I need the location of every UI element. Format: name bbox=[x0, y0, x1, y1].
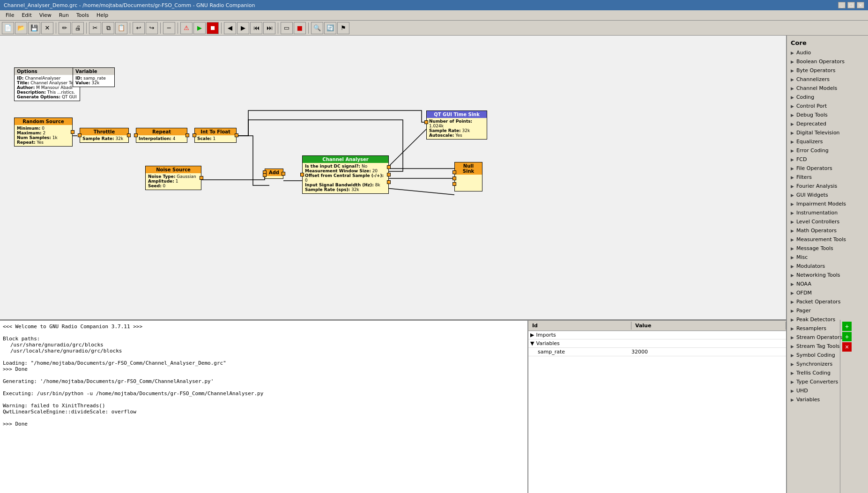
sidebar-item-digital-television[interactable]: ▶ Digital Television bbox=[787, 128, 868, 137]
edit-button[interactable]: ✏ bbox=[59, 22, 71, 34]
fcd-arrow: ▶ bbox=[791, 157, 794, 162]
close-flow-button[interactable]: ✕ bbox=[41, 22, 53, 34]
sidebar-item-filters[interactable]: ▶ Filters bbox=[787, 173, 868, 182]
zoom-out-button[interactable]: − bbox=[163, 22, 175, 34]
errors-button[interactable]: ⚠ bbox=[180, 22, 193, 34]
qt-gui-time-sink-block[interactable]: QT GUI Time Sink Number of Points: 1.024… bbox=[426, 110, 487, 140]
sidebar-item-misc[interactable]: ▶ Misc bbox=[787, 253, 868, 262]
console-line-12 bbox=[3, 397, 525, 403]
find-button[interactable]: 🔍 bbox=[311, 22, 323, 34]
sidebar-item-measurement-tools[interactable]: ▶ Measurement Tools bbox=[787, 235, 868, 244]
console-line-15 bbox=[3, 415, 525, 421]
sidebar-item-networking-tools[interactable]: ▶ Networking Tools bbox=[787, 271, 868, 280]
sidebar-item-math-operators[interactable]: ▶ Math Operators bbox=[787, 226, 868, 235]
type-conv-label: Type Converters bbox=[796, 379, 838, 385]
copy-button[interactable]: ⧉ bbox=[102, 22, 114, 34]
imports-section[interactable]: ▶ Imports bbox=[528, 331, 786, 339]
sidebar-item-coding[interactable]: ▶ Coding bbox=[787, 93, 868, 102]
sidebar-item-fourier-analysis[interactable]: ▶ Fourier Analysis bbox=[787, 182, 868, 191]
random-source-block[interactable]: Random Source Minimum: 0 Maximum: 2 Num … bbox=[14, 118, 73, 147]
sidebar-item-gui-widgets[interactable]: ▶ GUI Widgets bbox=[787, 191, 868, 199]
sidebar-item-deprecated[interactable]: ▶ Deprecated bbox=[787, 119, 868, 128]
redo-button[interactable]: ↪ bbox=[146, 22, 158, 34]
console-panel[interactable]: <<< Welcome to GNU Radio Companion 3.7.1… bbox=[0, 321, 528, 493]
save-button[interactable]: 💾 bbox=[28, 22, 40, 34]
flag-button[interactable]: ⚑ bbox=[337, 22, 349, 34]
console-line-0: <<< Welcome to GNU Radio Companion 3.7.1… bbox=[3, 324, 525, 330]
sidebar-item-boolean-operators[interactable]: ▶ Boolean Operators bbox=[787, 57, 868, 66]
itf-in-port bbox=[193, 133, 196, 137]
options-block[interactable]: Options ID: ChannelAnalyser Title: Chann… bbox=[14, 67, 80, 101]
skip-forward-button[interactable]: ⏭ bbox=[263, 22, 275, 34]
print-button[interactable]: 🖨 bbox=[72, 22, 84, 34]
sidebar-item-control-port[interactable]: ▶ Control Port bbox=[787, 102, 868, 110]
gui-widgets-arrow: ▶ bbox=[791, 193, 794, 198]
random-source-title: Random Source bbox=[15, 118, 72, 125]
sidebar-item-packet-operators[interactable]: ▶ Packet Operators bbox=[787, 297, 868, 306]
sidebar-item-noaa[interactable]: ▶ NOAA bbox=[787, 280, 868, 288]
maximize-button[interactable]: □ bbox=[847, 2, 855, 8]
noise-source-block[interactable]: Noise Source Noise Type: Gaussian Amplit… bbox=[145, 166, 201, 190]
open-button[interactable]: 📂 bbox=[15, 22, 27, 34]
refresh-button[interactable]: 🔄 bbox=[324, 22, 336, 34]
back-button[interactable]: ◀ bbox=[224, 22, 236, 34]
cut-button[interactable]: ✂ bbox=[89, 22, 101, 34]
blank-button[interactable]: ▭ bbox=[281, 22, 293, 34]
sidebar-item-audio[interactable]: ▶ Audio bbox=[787, 48, 868, 57]
stop-button[interactable]: ⏹ bbox=[207, 22, 219, 34]
menu-help[interactable]: Help bbox=[93, 11, 112, 19]
skip-back-button[interactable]: ⏮ bbox=[250, 22, 262, 34]
sidebar-item-ofdm[interactable]: ▶ OFDM bbox=[787, 288, 868, 297]
sidebar-item-debug-tools[interactable]: ▶ Debug Tools bbox=[787, 110, 868, 119]
variables-section[interactable]: ▼ Variables bbox=[528, 339, 786, 348]
sidebar-item-impairment-models[interactable]: ▶ Impairment Models bbox=[787, 199, 868, 208]
variables-panel: Id Value ▶ Imports ▼ Variables bbox=[528, 321, 786, 493]
toolbar-sep-2 bbox=[86, 22, 87, 34]
close-button[interactable]: × bbox=[857, 2, 864, 8]
repeat-out-port bbox=[185, 133, 189, 137]
options-title-field: Title: Channel Analyser Test bbox=[17, 81, 77, 85]
run-button[interactable]: ▶ bbox=[193, 22, 206, 34]
channel-analyser-block[interactable]: Channel Analyser Is the input DC signal?… bbox=[302, 155, 389, 194]
forward-button[interactable]: ▶ bbox=[237, 22, 249, 34]
menu-edit[interactable]: Edit bbox=[18, 11, 35, 19]
int-to-float-block[interactable]: Int To Float Scale: 1 bbox=[194, 128, 237, 143]
sidebar-item-instrumentation[interactable]: ▶ Instrumentation bbox=[787, 208, 868, 217]
minimize-button[interactable]: _ bbox=[838, 2, 846, 8]
misc-arrow: ▶ bbox=[791, 255, 794, 260]
menu-view[interactable]: View bbox=[36, 11, 55, 19]
sidebar-item-channelizers[interactable]: ▶ Channelizers bbox=[787, 75, 868, 84]
sidebar-item-modulators[interactable]: ▶ Modulators bbox=[787, 262, 868, 271]
samp-rate-row[interactable]: samp_rate 32000 bbox=[528, 348, 786, 356]
sidebar-item-channel-models[interactable]: ▶ Channel Models bbox=[787, 84, 868, 93]
samp-rate-value: 32000 bbox=[631, 349, 784, 355]
math-ops-label: Math Operators bbox=[796, 228, 837, 234]
sidebar-item-byte-operators[interactable]: ▶ Byte Operators bbox=[787, 66, 868, 75]
sidebar-item-level-controllers[interactable]: ▶ Level Controllers bbox=[787, 217, 868, 226]
imports-label: Imports bbox=[536, 332, 556, 338]
throttle-block[interactable]: Throttle Sample Rate: 32k bbox=[80, 128, 129, 143]
undo-button[interactable]: ↩ bbox=[133, 22, 145, 34]
null-sink-block[interactable]: Null Sink bbox=[454, 162, 482, 191]
sidebar-item-message-tools[interactable]: ▶ Message Tools bbox=[787, 244, 868, 253]
paste-button[interactable]: 📋 bbox=[115, 22, 127, 34]
window-title: Channel_Analyser_Demo.grc - /home/mojtab… bbox=[4, 2, 255, 8]
sidebar-item-file-operators[interactable]: ▶ File Operators bbox=[787, 164, 868, 173]
add-block[interactable]: Add bbox=[265, 169, 283, 179]
sidebar-item-pager[interactable]: ▶ Pager bbox=[787, 306, 868, 315]
new-button[interactable]: 📄 bbox=[2, 22, 14, 34]
svg-line-7 bbox=[386, 127, 429, 169]
menu-run[interactable]: Run bbox=[55, 11, 73, 19]
stop-red-button[interactable]: ■ bbox=[294, 22, 306, 34]
canvas-area[interactable]: Options ID: ChannelAnalyser Title: Chann… bbox=[0, 36, 786, 320]
menu-file[interactable]: File bbox=[2, 11, 18, 19]
fourier-arrow: ▶ bbox=[791, 184, 794, 189]
sidebar-item-equalizers[interactable]: ▶ Equalizers bbox=[787, 137, 868, 146]
repeat-block[interactable]: Repeat Interpolation: 4 bbox=[136, 128, 187, 143]
ns-in3-port bbox=[453, 182, 456, 186]
variable-block[interactable]: Variable ID: samp_rate Value: 32k bbox=[73, 67, 115, 87]
sidebar-item-fcd[interactable]: ▶ FCD bbox=[787, 155, 868, 164]
sidebar-item-error-coding[interactable]: ▶ Error Coding bbox=[787, 146, 868, 155]
menu-tools[interactable]: Tools bbox=[73, 11, 93, 19]
noaa-label: NOAA bbox=[796, 281, 811, 287]
